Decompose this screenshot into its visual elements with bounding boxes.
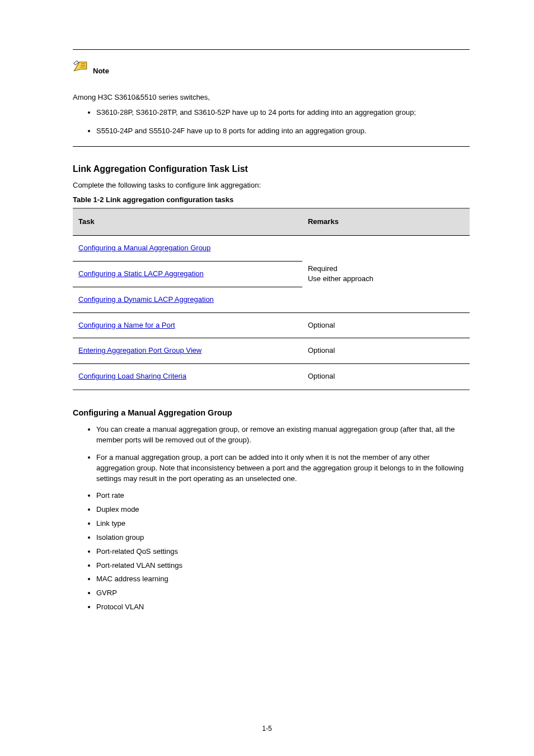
page-number: 1-5: [0, 724, 534, 734]
list-item: You can create a manual aggregation grou…: [96, 424, 470, 446]
table-header-task: Task: [73, 208, 302, 235]
task-link-manual-aggregation[interactable]: Configuring a Manual Aggregation Group: [78, 244, 210, 252]
remarks-text: Required: [308, 264, 464, 274]
note-bullet-list: S3610-28P, S3610-28TP, and S3610-52P hav…: [73, 108, 470, 137]
page: Note Among H3C S3610&5510 series switche…: [0, 0, 534, 756]
task-link-load-sharing[interactable]: Configuring Load Sharing Criteria: [78, 372, 186, 380]
table-header-remarks: Remarks: [302, 208, 470, 235]
list-item: Port rate: [96, 491, 470, 501]
section-heading-manual: Configuring a Manual Aggregation Group: [73, 407, 470, 419]
config-intro: Complete the following tasks to configur…: [73, 180, 470, 191]
note-intro: Among H3C S3610&5510 series switches,: [73, 92, 470, 103]
remarks-text: Use either approach: [308, 274, 464, 284]
table-row: Configuring a Manual Aggregation Group R…: [73, 236, 470, 262]
list-item: Protocol VLAN: [96, 602, 470, 613]
table-row: Entering Aggregation Port Group View Opt…: [73, 338, 470, 364]
list-item: Port-related VLAN settings: [96, 561, 470, 571]
task-link-port-group-view[interactable]: Entering Aggregation Port Group View: [78, 346, 202, 354]
remarks-cell: Optional: [302, 364, 470, 390]
note-bullet: S3610-28P, S3610-28TP, and S3610-52P hav…: [96, 108, 470, 118]
list-item: For a manual aggregation group, a port c…: [96, 452, 470, 484]
list-item: Link type: [96, 519, 470, 529]
remarks-cell: Required Use either approach: [302, 236, 470, 313]
remarks-cell: Optional: [302, 312, 470, 338]
manual-lead-bullets: You can create a manual aggregation grou…: [73, 424, 470, 484]
config-task-table: Task Remarks Configuring a Manual Aggreg…: [73, 208, 470, 390]
note-icon: [73, 60, 90, 77]
manual-section-body: You can create a manual aggregation grou…: [73, 424, 470, 613]
table-caption-text: Table 1-2 Link aggregation configuration…: [73, 195, 233, 204]
note-label: Note: [93, 66, 109, 77]
list-item: Duplex mode: [96, 505, 470, 515]
feature-bullet-list: Port rateDuplex modeLink typeIsolation g…: [73, 491, 470, 613]
table-caption: Table 1-2 Link aggregation configuration…: [73, 195, 470, 206]
top-rule: [73, 49, 470, 50]
note-block: Note Among H3C S3610&5510 series switche…: [73, 60, 470, 136]
note-header: Note: [73, 60, 470, 77]
list-item: GVRP: [96, 588, 470, 599]
section-heading-config: Link Aggregation Configuration Task List: [73, 162, 470, 175]
list-item: MAC address learning: [96, 574, 470, 585]
list-item: Port-related QoS settings: [96, 547, 470, 557]
task-link-static-lacp[interactable]: Configuring a Static LACP Aggregation: [78, 269, 204, 278]
list-item: Isolation group: [96, 533, 470, 543]
task-link-dynamic-lacp[interactable]: Configuring a Dynamic LACP Aggregation: [78, 295, 214, 304]
task-link-port-name[interactable]: Configuring a Name for a Port: [78, 321, 175, 329]
note-bullet: S5510-24P and S5510-24F have up to 8 por…: [96, 126, 470, 137]
table-row: Configuring Load Sharing Criteria Option…: [73, 364, 470, 390]
remarks-cell: Optional: [302, 338, 470, 364]
table-row: Configuring a Name for a Port Optional: [73, 312, 470, 338]
section-rule: [73, 146, 470, 147]
